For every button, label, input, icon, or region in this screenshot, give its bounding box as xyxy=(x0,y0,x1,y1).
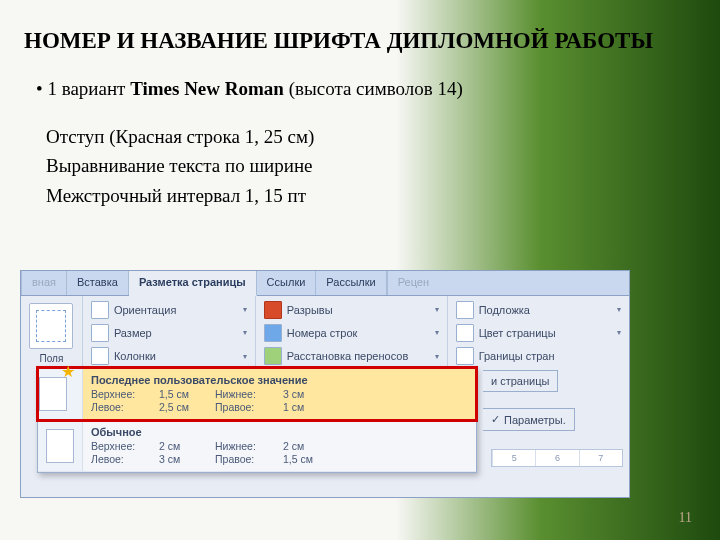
line-numbers-icon xyxy=(264,324,282,342)
val-right: 1,5 см xyxy=(283,453,331,465)
val-top: 2 см xyxy=(159,440,207,452)
margins-button[interactable]: Поля xyxy=(21,296,83,370)
chevron-down-icon: ▾ xyxy=(617,305,621,314)
lbl-left: Левое: xyxy=(91,453,151,465)
side-fragment-1: и страницы xyxy=(483,370,558,392)
size-label: Размер xyxy=(114,327,152,339)
margins-preview-icon: ★ xyxy=(38,368,83,419)
val-left: 3 см xyxy=(159,453,207,465)
bullet-post: (высота символов 14) xyxy=(284,78,463,99)
lbl-top: Верхнее: xyxy=(91,388,151,400)
margins-preview-icon xyxy=(38,420,83,471)
ribbon-body: Поля Ориентация▾ Размер▾ Колонки▾ Разрыв… xyxy=(21,296,629,370)
lbl-bottom: Нижнее: xyxy=(215,440,275,452)
slide-title: НОМЕР И НАЗВАНИЕ ШРИФТА ДИПЛОМНОЙ РАБОТЫ xyxy=(0,0,720,60)
breaks-label: Разрывы xyxy=(287,304,333,316)
chevron-down-icon: ▾ xyxy=(243,352,247,361)
size-icon xyxy=(91,324,109,342)
bullet-bold: Times New Roman xyxy=(130,78,284,99)
tab-home-trunc[interactable]: вная xyxy=(21,271,67,295)
tab-mailings[interactable]: Рассылки xyxy=(316,271,386,295)
val-left: 2,5 см xyxy=(159,401,207,413)
chevron-down-icon: ▾ xyxy=(435,305,439,314)
hyphenation-icon xyxy=(264,347,282,365)
orientation-label: Ориентация xyxy=(114,304,176,316)
chevron-down-icon: ▾ xyxy=(617,328,621,337)
page-borders-icon xyxy=(456,347,474,365)
line-numbers-label: Номера строк xyxy=(287,327,358,339)
columns-button[interactable]: Колонки▾ xyxy=(89,347,249,366)
lbl-bottom: Нижнее: xyxy=(215,388,275,400)
word-ribbon-screenshot: вная Вставка Разметка страницы Ссылки Ра… xyxy=(20,270,630,498)
ruler: 5 6 7 xyxy=(491,449,623,467)
margins-last-custom[interactable]: ★ Последнее пользовательское значение Ве… xyxy=(38,368,476,420)
margins-normal[interactable]: Обычное Верхнее:2 см Нижнее:2 см Левое:3… xyxy=(38,420,476,472)
page-color-label: Цвет страницы xyxy=(479,327,556,339)
line-numbers-button[interactable]: Номера строк▾ xyxy=(262,323,441,342)
chevron-down-icon: ▾ xyxy=(243,328,247,337)
menu-item-title: Обычное xyxy=(91,426,468,438)
lbl-right: Правое: xyxy=(215,401,275,413)
val-right: 1 см xyxy=(283,401,331,413)
menu-item-title: Последнее пользовательское значение xyxy=(91,374,468,386)
tab-page-layout[interactable]: Разметка страницы xyxy=(129,271,257,296)
val-bottom: 2 см xyxy=(283,440,331,452)
margins-dropdown: ★ Последнее пользовательское значение Ве… xyxy=(37,367,477,473)
orientation-icon xyxy=(91,301,109,319)
tab-references[interactable]: Ссылки xyxy=(257,271,317,295)
lbl-left: Левое: xyxy=(91,401,151,413)
breaks-button[interactable]: Разрывы▾ xyxy=(262,300,441,319)
check-icon: ✓ xyxy=(491,413,500,426)
slide-number: 11 xyxy=(679,510,692,526)
columns-icon xyxy=(91,347,109,365)
star-icon: ★ xyxy=(61,362,75,381)
body-l3: Межстрочный интервал 1, 15 пт xyxy=(46,181,674,210)
tab-insert[interactable]: Вставка xyxy=(67,271,129,295)
orientation-button[interactable]: Ориентация▾ xyxy=(89,300,249,319)
hyphenation-button[interactable]: Расстановка переносов▾ xyxy=(262,347,441,366)
ruler-tick: 7 xyxy=(579,450,622,466)
breaks-icon xyxy=(264,301,282,319)
chevron-down-icon: ▾ xyxy=(243,305,247,314)
chevron-down-icon: ▾ xyxy=(435,352,439,361)
page-background-group: Подложка▾ Цвет страницы▾ Границы стран xyxy=(448,296,629,370)
watermark-icon xyxy=(456,301,474,319)
body-text: Отступ (Красная строка 1, 25 см) Выравни… xyxy=(0,104,720,210)
side-fragment-2[interactable]: ✓Параметры. xyxy=(483,408,575,431)
body-l1: Отступ (Красная строка 1, 25 см) xyxy=(46,122,674,151)
margins-icon xyxy=(29,303,73,349)
val-bottom: 3 см xyxy=(283,388,331,400)
lbl-right: Правое: xyxy=(215,453,275,465)
val-top: 1,5 см xyxy=(159,388,207,400)
page-borders-label: Границы стран xyxy=(479,350,555,362)
chevron-down-icon: ▾ xyxy=(435,328,439,337)
watermark-label: Подложка xyxy=(479,304,530,316)
page-setup-group-1: Ориентация▾ Размер▾ Колонки▾ xyxy=(83,296,256,370)
watermark-button[interactable]: Подложка▾ xyxy=(454,300,623,319)
margins-label: Поля xyxy=(40,353,64,364)
page-color-icon xyxy=(456,324,474,342)
ruler-tick: 6 xyxy=(535,450,578,466)
bullet-pre: 1 вариант xyxy=(47,78,130,99)
ruler-tick: 5 xyxy=(492,450,535,466)
size-button[interactable]: Размер▾ xyxy=(89,323,249,342)
bullet-line: 1 вариант Times New Roman (высота символ… xyxy=(0,60,720,104)
body-l2: Выравнивание текста по ширине xyxy=(46,151,674,180)
columns-label: Колонки xyxy=(114,350,156,362)
hyphenation-label: Расстановка переносов xyxy=(287,350,408,362)
lbl-top: Верхнее: xyxy=(91,440,151,452)
page-color-button[interactable]: Цвет страницы▾ xyxy=(454,323,623,342)
params-label: Параметры. xyxy=(504,414,566,426)
page-setup-group-2: Разрывы▾ Номера строк▾ Расстановка перен… xyxy=(256,296,448,370)
tab-review-trunc[interactable]: Рецен xyxy=(387,271,439,295)
page-borders-button[interactable]: Границы стран xyxy=(454,347,623,366)
ribbon-tabs: вная Вставка Разметка страницы Ссылки Ра… xyxy=(21,271,629,296)
